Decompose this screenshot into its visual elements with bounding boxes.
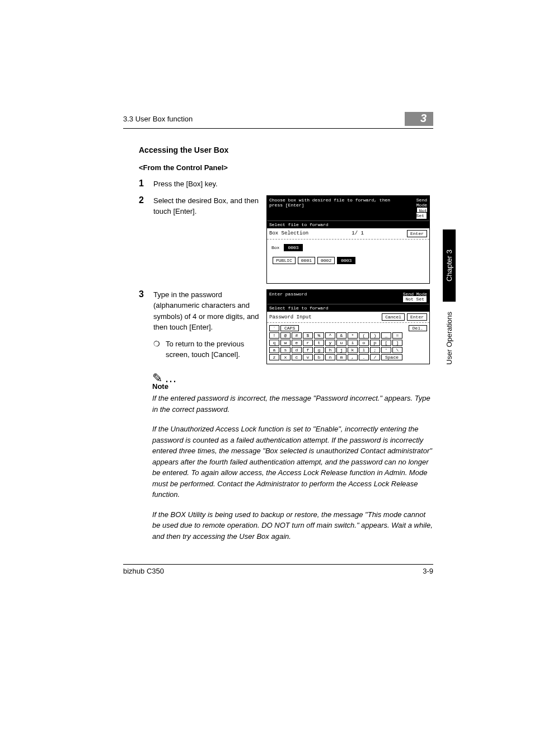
running-header: 3.3 User Box function	[123, 115, 193, 123]
key[interactable]: e	[292, 340, 302, 346]
note-paragraph: If the Unauthorized Access Lock function…	[152, 424, 433, 500]
key[interactable]: b	[314, 354, 324, 360]
keyboard-row-4: zxcvbnm,./ Space	[269, 354, 427, 360]
lcd-subtitle: Select file to forward	[269, 306, 329, 311]
key[interactable]: l	[359, 347, 369, 353]
public-box-button[interactable]: PUBLIC	[273, 257, 296, 264]
key[interactable]: h	[325, 347, 335, 353]
key[interactable]: q	[269, 340, 279, 346]
key[interactable]: w	[280, 340, 291, 346]
key[interactable]: $	[303, 332, 313, 339]
key[interactable]: _	[381, 332, 391, 339]
step-text: Select the desired Box, and then touch […	[153, 195, 260, 217]
lcd-screenshot-box-selection: Choose box with desired file to forward,…	[266, 195, 430, 284]
footer-model: bizhub C350	[123, 567, 164, 575]
side-chapter-tab: Chapter 3	[443, 229, 456, 302]
box-button[interactable]: 0002	[317, 257, 335, 264]
key[interactable]: )	[370, 332, 380, 339]
key[interactable]: ,	[348, 354, 358, 360]
lcd-title: Choose box with desired file to forward,…	[269, 198, 406, 219]
side-section-tab: User Operations	[445, 312, 453, 365]
key[interactable]: ]	[392, 340, 402, 346]
key[interactable]: j	[336, 347, 346, 353]
box-button[interactable]: 0001	[298, 257, 315, 264]
heading-from-panel: <From the Control Panel>	[139, 163, 433, 172]
lcd-mode-value: Not Set	[416, 207, 427, 220]
key[interactable]: '	[381, 347, 391, 353]
key[interactable]: \	[392, 347, 402, 353]
bullet-icon: ❍	[153, 339, 160, 360]
key[interactable]: #	[292, 332, 302, 339]
step-number: 3	[139, 289, 147, 299]
key[interactable]: k	[348, 347, 358, 353]
key[interactable]: [	[381, 340, 391, 346]
key[interactable]: v	[303, 354, 313, 360]
key[interactable]: %	[314, 332, 324, 339]
key[interactable]: c	[292, 354, 302, 360]
note-label: Note	[152, 382, 433, 391]
key[interactable]: ;	[370, 347, 380, 353]
note-paragraph: If the BOX Utility is being used to back…	[152, 509, 433, 542]
key[interactable]: .	[359, 354, 369, 360]
key[interactable]: u	[336, 340, 346, 346]
lcd-page: 1/ 1	[311, 231, 405, 236]
lcd-box-label: Box	[271, 245, 279, 250]
key[interactable]: *	[348, 332, 358, 339]
enter-button[interactable]: Enter	[407, 313, 427, 321]
lcd-bar-label: Password Input	[269, 314, 312, 320]
keyboard-row-3: asdfghjkl;'\	[269, 347, 427, 353]
lcd-title: Enter password	[269, 292, 307, 302]
key[interactable]: i	[348, 340, 358, 346]
key[interactable]: n	[325, 354, 335, 360]
note-paragraph: If the entered password is incorrect, th…	[152, 393, 433, 415]
key[interactable]: g	[314, 347, 324, 353]
chapter-badge: 3	[405, 112, 433, 126]
caps-key[interactable]: CAPS	[280, 325, 299, 331]
key[interactable]: d	[292, 347, 302, 353]
key[interactable]: f	[303, 347, 313, 353]
key[interactable]: (	[359, 332, 369, 339]
lcd-mode-value: Not Set	[402, 295, 427, 303]
key[interactable]: m	[336, 354, 346, 360]
step-number: 1	[139, 179, 147, 190]
footer-page: 3-9	[423, 567, 433, 575]
key[interactable]: y	[325, 340, 335, 346]
lcd-box-num: 0003	[284, 244, 302, 251]
key[interactable]: s	[280, 347, 291, 353]
lcd-subtitle: Select file to forward	[269, 222, 329, 227]
space-key[interactable]: Space	[381, 354, 402, 360]
key[interactable]: /	[370, 354, 380, 360]
del-key[interactable]: Del.	[409, 325, 427, 331]
lcd-bar-label: Box Selection	[269, 231, 308, 236]
bullet-text: To return to the previous screen, touch …	[166, 339, 260, 360]
cancel-button[interactable]: Cancel	[382, 313, 405, 321]
key[interactable]: x	[280, 354, 291, 360]
step-number: 2	[139, 195, 147, 205]
heading-accessing: Accessing the User Box	[139, 145, 433, 154]
key[interactable]: p	[370, 340, 380, 346]
keyboard-row-1: !@#$%^&*()_=	[269, 332, 427, 339]
key[interactable]: t	[314, 340, 324, 346]
step-text: Type in the password (alphanumeric chara…	[153, 290, 259, 332]
enter-button[interactable]: Enter	[407, 230, 427, 237]
box-button-selected[interactable]: 0003	[337, 257, 355, 264]
key[interactable]: !	[269, 332, 279, 339]
key[interactable]: ^	[325, 332, 335, 339]
key-backtick[interactable]: `	[269, 325, 279, 331]
key[interactable]: =	[392, 332, 402, 339]
key[interactable]: z	[269, 354, 279, 360]
key[interactable]: @	[280, 332, 291, 339]
lcd-mode-label: Send Mode	[416, 198, 427, 208]
key[interactable]: a	[269, 347, 279, 353]
key[interactable]: r	[303, 340, 313, 346]
keyboard-row-2: qwertyuiop[]	[269, 340, 427, 346]
step-text: Press the [Box] key.	[153, 179, 433, 190]
key[interactable]: o	[359, 340, 369, 346]
lcd-screenshot-password: Enter password Send Mode Not Set Select …	[266, 289, 430, 364]
key[interactable]: &	[336, 332, 346, 339]
